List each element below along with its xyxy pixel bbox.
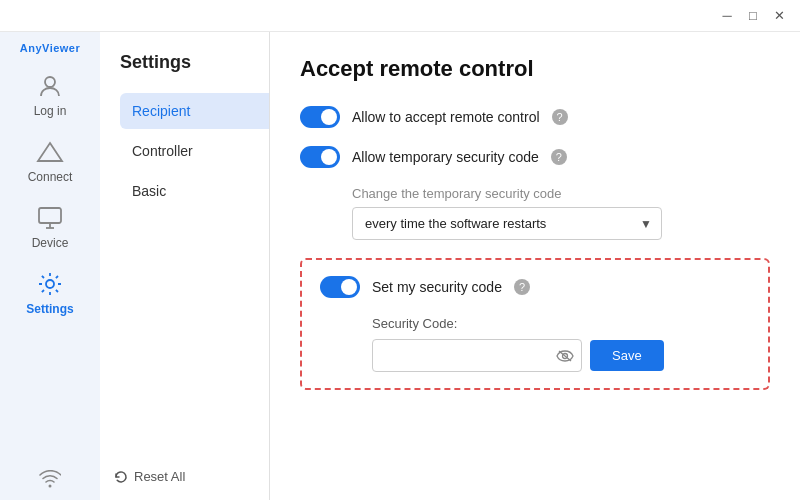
toggle-remote-label: Allow to accept remote control (352, 109, 540, 125)
sidebar-item-connect-label: Connect (28, 170, 73, 184)
app-name: AnyViewer (20, 42, 81, 54)
sidebar: AnyViewer Log in Connect (0, 32, 100, 500)
sidebar-item-settings[interactable]: Settings (0, 260, 100, 326)
toggle-temp-code-switch[interactable] (300, 146, 340, 168)
main-content: Accept remote control Allow to accept re… (270, 32, 800, 500)
close-button[interactable]: ✕ (766, 3, 792, 29)
nav-item-basic[interactable]: Basic (120, 173, 269, 209)
dropdown-section: Change the temporary security code every… (352, 186, 770, 240)
sidebar-item-connect[interactable]: Connect (0, 128, 100, 194)
svg-rect-2 (39, 208, 61, 223)
nav-item-recipient[interactable]: Recipient (120, 93, 269, 129)
security-input-wrapper (372, 339, 582, 372)
security-code-input[interactable] (372, 339, 582, 372)
sidebar-item-device-label: Device (32, 236, 69, 250)
toggle-remote-row: Allow to accept remote control ? (300, 106, 770, 128)
settings-panel: Settings Recipient Controller Basic Rese… (100, 32, 270, 500)
dropdown-wrapper: every time the software restarts every t… (352, 207, 662, 240)
reset-icon (114, 470, 128, 484)
sidebar-item-device[interactable]: Device (0, 194, 100, 260)
minimize-button[interactable]: ─ (714, 3, 740, 29)
toggle-security-code-switch[interactable] (320, 276, 360, 298)
help-temp-code-icon[interactable]: ? (551, 149, 567, 165)
sidebar-item-login[interactable]: Log in (0, 62, 100, 128)
security-code-box: Set my security code ? Security Code: (300, 258, 770, 390)
toggle-security-code-label: Set my security code (372, 279, 502, 295)
svg-point-0 (45, 77, 55, 87)
save-button[interactable]: Save (590, 340, 664, 371)
toggle-temp-code-row: Allow temporary security code ? (300, 146, 770, 168)
svg-point-6 (49, 485, 52, 488)
help-remote-icon[interactable]: ? (552, 109, 568, 125)
monitor-icon (36, 204, 64, 232)
toggle-temp-code-label: Allow temporary security code (352, 149, 539, 165)
gear-icon (36, 270, 64, 298)
help-security-code-icon[interactable]: ? (514, 279, 530, 295)
titlebar: ─ □ ✕ (0, 0, 800, 32)
nav-item-controller[interactable]: Controller (120, 133, 269, 169)
app-body: AnyViewer Log in Connect (0, 32, 800, 500)
svg-marker-1 (38, 143, 62, 161)
person-icon (36, 72, 64, 100)
reset-all-label: Reset All (134, 469, 185, 484)
dropdown-hint: Change the temporary security code (352, 186, 770, 201)
page-title: Accept remote control (300, 56, 770, 82)
wifi-icon (39, 470, 61, 500)
sidebar-item-login-label: Log in (34, 104, 67, 118)
security-input-row: Save (372, 339, 750, 372)
settings-panel-title: Settings (120, 52, 269, 73)
sidebar-item-settings-label: Settings (26, 302, 73, 316)
svg-point-5 (46, 280, 54, 288)
security-code-label: Security Code: (372, 316, 750, 331)
toggle-remote-switch[interactable] (300, 106, 340, 128)
eye-icon[interactable] (556, 350, 574, 362)
connect-icon (36, 138, 64, 166)
reset-all-button[interactable]: Reset All (114, 469, 185, 484)
maximize-button[interactable]: □ (740, 3, 766, 29)
temp-code-frequency-select[interactable]: every time the software restarts every t… (352, 207, 662, 240)
toggle-security-code-row: Set my security code ? (320, 276, 750, 298)
